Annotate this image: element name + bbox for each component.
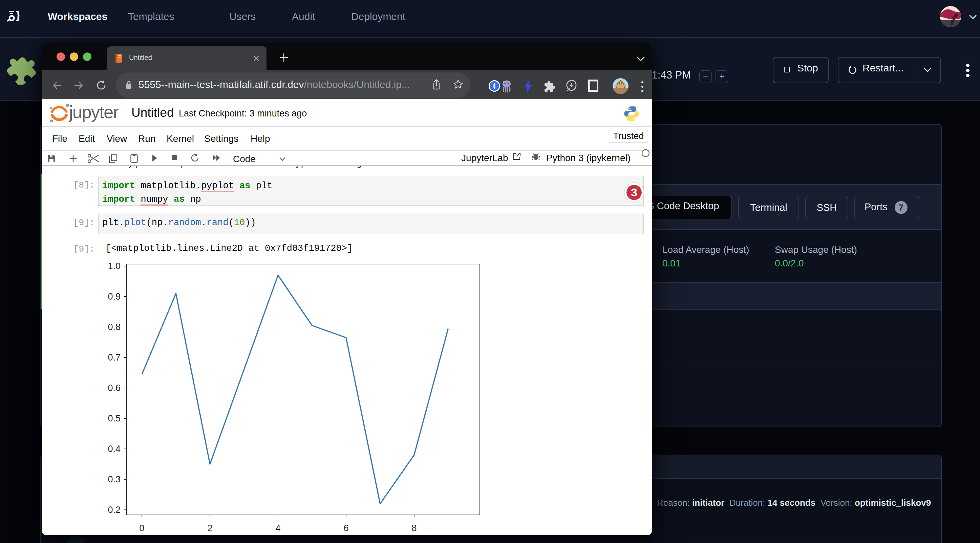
svg-text:0: 0 (139, 523, 144, 533)
svg-text:0.3: 0.3 (108, 474, 121, 484)
svg-text:6: 6 (344, 523, 348, 533)
svg-text:0.9: 0.9 (108, 292, 121, 302)
svg-text:0.6: 0.6 (108, 383, 121, 393)
svg-text:4: 4 (275, 523, 280, 533)
svg-text:8: 8 (411, 523, 417, 533)
svg-text:1.0: 1.0 (108, 261, 121, 271)
svg-text:0.4: 0.4 (108, 444, 121, 454)
svg-text:0.5: 0.5 (108, 413, 121, 424)
svg-text:0.8: 0.8 (108, 322, 121, 332)
svg-text:0.2: 0.2 (108, 505, 121, 515)
svg-text:2: 2 (207, 523, 212, 533)
svg-text:0.7: 0.7 (108, 352, 121, 362)
